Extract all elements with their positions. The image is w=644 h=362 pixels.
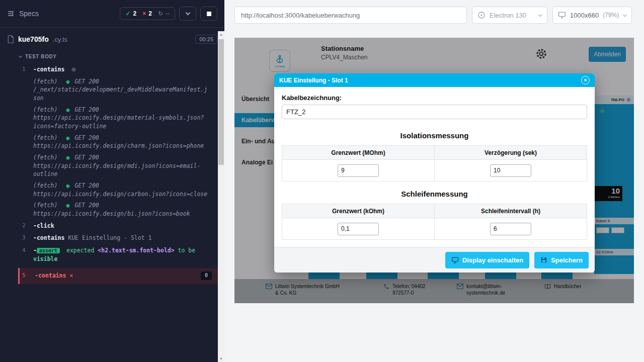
chevron-down-icon xyxy=(538,13,542,17)
speichern-button[interactable]: Speichern xyxy=(534,252,589,268)
command-row[interactable]: 2 -click xyxy=(18,220,218,232)
status-dot-icon: ● xyxy=(66,106,69,113)
command-name: contains xyxy=(37,234,64,241)
status-dot-icon: ● xyxy=(66,134,69,141)
fetch-label: (fetch) xyxy=(33,134,57,141)
fetch-status: GET 200 xyxy=(74,106,99,113)
pending-restart-icon: ↻ xyxy=(158,10,163,17)
reporter-scrollbar[interactable]: ▲ ▼ xyxy=(218,31,224,362)
viewport-monitor-icon xyxy=(558,12,566,19)
scroll-down-icon[interactable]: ▼ xyxy=(218,355,224,362)
chevron-down-icon xyxy=(623,13,627,17)
fetch-log-row[interactable]: (fetch) ● GET 200 https://api.iconify.de… xyxy=(18,200,218,219)
viewport-selector[interactable]: 1000x660 (79%) xyxy=(552,7,632,24)
assert-subject: <h2.text-sm.font-bold> xyxy=(98,247,174,254)
fetch-status: GET 200 xyxy=(74,78,99,85)
command-row[interactable]: 1 -contains xyxy=(18,63,218,76)
command-argument: × xyxy=(69,272,73,279)
test-stats: ✓ 2 × 2 ↻ -- xyxy=(120,7,175,20)
command-log: 1 -contains (fetch) ● GET 200 /_next/sta… xyxy=(18,63,218,284)
settings-icon xyxy=(71,67,76,72)
viewport-size: 1000x660 xyxy=(570,12,599,19)
status-dot-icon: ● xyxy=(66,202,69,209)
kabelbezeichnung-label: Kabelbezeichnung: xyxy=(282,94,587,102)
chevron-down-icon xyxy=(185,11,190,16)
kabelbezeichnung-input[interactable] xyxy=(282,105,587,119)
fetch-log-row[interactable]: (fetch) ● GET 200 https://api.iconify.de… xyxy=(18,152,218,180)
collapse-all-button[interactable] xyxy=(179,7,196,21)
command-name: contains xyxy=(37,66,64,73)
scroll-up-icon[interactable]: ▲ xyxy=(218,31,224,38)
browser-label: Electron 130 xyxy=(490,12,526,19)
fetch-log-row[interactable]: (fetch) ● GET 200 https://api.iconify.de… xyxy=(18,104,218,132)
passed-count: 2 xyxy=(133,10,137,17)
command-number: 4 xyxy=(22,246,26,254)
spec-file-row[interactable]: kue705fo .cy.ts 00:25 xyxy=(0,28,224,49)
aut-stage: Electron 130 1000x660 (79%) LITTWIN Stat… xyxy=(224,0,640,362)
schleifenmessung-table: Grenzwert (kOhm) Schleifenintervall (h) xyxy=(282,204,587,240)
assert-command-row[interactable]: 4 -assert expected <h2.text-sm.font-bold… xyxy=(18,244,218,265)
fetch-url: https://api.iconify.design/carbon.json?i… xyxy=(33,190,208,199)
fetch-status: GET 200 xyxy=(74,134,99,141)
spec-extension: .cy.ts xyxy=(53,36,67,43)
electron-browser-icon xyxy=(477,11,486,19)
column-header: Grenzwert (kOhm) xyxy=(282,204,435,218)
modal-footer: Display einschalten Speichern xyxy=(274,247,595,273)
url-input[interactable] xyxy=(234,7,467,24)
grenzwert-mohm-input[interactable] xyxy=(338,164,379,177)
fetch-status: GET 200 xyxy=(74,154,99,161)
scrollbar-thumb[interactable] xyxy=(218,39,224,165)
specs-menu-button[interactable]: Specs xyxy=(7,10,39,18)
status-dot-icon: ● xyxy=(66,182,69,189)
modal-body: Kabelbezeichnung: Isolationsmessung Gren… xyxy=(274,87,595,247)
isolationsmessung-table: Grenzwert (MOhm) Verzögerung (sek) xyxy=(282,145,587,182)
command-number: 2 xyxy=(22,222,26,230)
browser-selector[interactable]: Electron 130 xyxy=(472,7,547,24)
command-name: contains xyxy=(38,272,66,279)
reporter-header: Specs ✓ 2 × 2 ↻ -- xyxy=(0,0,224,28)
command-row[interactable]: 3 -contains KUE Einstellung - Slot 1 xyxy=(18,232,218,244)
close-icon[interactable]: × xyxy=(581,76,590,84)
fetch-log-row[interactable]: (fetch) ● GET 200 /_next/static/developm… xyxy=(18,76,218,104)
test-body-toggle[interactable]: TEST BODY xyxy=(0,49,224,63)
fetch-log-row[interactable]: (fetch) ● GET 200 https://api.iconify.de… xyxy=(18,180,218,200)
stat-pending: ↻ -- xyxy=(158,10,170,17)
specs-label: Specs xyxy=(19,10,39,18)
app-under-test: LITTWIN Stationsname CPLV4_Maschen Abmel… xyxy=(234,38,634,303)
cypress-reporter-panel: Specs ✓ 2 × 2 ↻ -- kue705f xyxy=(0,0,224,362)
address-bar xyxy=(234,7,467,24)
failed-command-row[interactable]: 5 -contains × 0 xyxy=(18,268,218,284)
assert-expected: expected xyxy=(66,247,94,254)
command-number: 1 xyxy=(22,65,26,73)
passed-check-icon: ✓ xyxy=(125,10,130,17)
fetch-log-row[interactable]: (fetch) ● GET 200 https://api.iconify.de… xyxy=(18,132,218,152)
verzoegerung-sek-input[interactable] xyxy=(490,164,531,177)
fetch-url: https://api.iconify.design/charm.json?ic… xyxy=(33,142,208,150)
command-number: 3 xyxy=(22,234,26,242)
section-label: TEST BODY xyxy=(25,54,57,59)
pending-count: -- xyxy=(166,10,170,17)
modal-title: KUE Einstellung - Slot 1 xyxy=(279,77,348,84)
display-einschalten-button[interactable]: Display einschalten xyxy=(445,252,529,268)
spec-duration: 00:25 xyxy=(195,35,217,44)
column-header: Schleifenintervall (h) xyxy=(435,204,587,218)
failed-count: 2 xyxy=(148,10,152,17)
modal-header: KUE Einstellung - Slot 1 × xyxy=(274,73,595,87)
save-floppy-icon xyxy=(540,256,547,263)
stat-failed: × 2 xyxy=(142,10,152,17)
monitor-icon xyxy=(451,257,459,263)
fetch-url: https://api.iconify.design/bi.json?icons… xyxy=(33,210,208,218)
fetch-label: (fetch) xyxy=(33,106,57,113)
viewport-zoom: (79%) xyxy=(603,12,619,19)
assert-badge: assert xyxy=(37,248,60,253)
column-header: Grenzwert (MOhm) xyxy=(282,146,435,160)
spec-file-icon xyxy=(7,35,14,43)
fetch-status: GET 200 xyxy=(74,202,99,209)
command-argument: KUE Einstellung - Slot 1 xyxy=(68,234,151,241)
element-count-badge: 0 xyxy=(201,272,212,280)
stop-run-button[interactable] xyxy=(200,7,217,21)
schleifenintervall-input[interactable] xyxy=(490,223,531,235)
assert-mid: to be xyxy=(178,247,196,254)
grenzwert-kohm-input[interactable] xyxy=(338,223,379,235)
fetch-label: (fetch) xyxy=(33,182,57,189)
